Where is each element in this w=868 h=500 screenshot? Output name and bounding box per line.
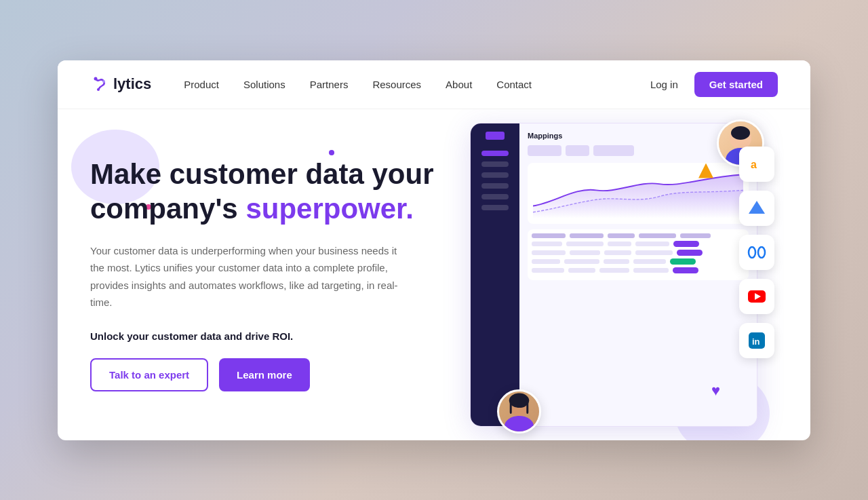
hero-title-line2: company's	[90, 193, 245, 225]
nav-resources[interactable]: Resources	[372, 79, 421, 90]
svg-text:a: a	[751, 159, 757, 170]
main-content: Make customer data your company's superp…	[58, 109, 810, 440]
toolbar-btn-1[interactable]	[528, 145, 561, 156]
dash-nav-1	[481, 151, 509, 156]
talk-to-expert-button[interactable]: Talk to an expert	[90, 358, 208, 391]
svg-text:in: in	[752, 336, 760, 347]
table-row-3	[532, 258, 745, 265]
avatar-woman	[497, 389, 541, 434]
brand-chip-amazon: a	[739, 147, 774, 182]
nav-product[interactable]: Product	[184, 79, 219, 90]
col-header-5	[680, 233, 711, 238]
nav-links: Product Solutions Partners Resources Abo…	[184, 79, 650, 90]
nav-partners[interactable]: Partners	[310, 79, 349, 90]
brand-chip-linkedin: in	[739, 323, 774, 358]
dash-nav-6	[481, 205, 509, 210]
avatar-woman-inner	[499, 391, 539, 431]
dash-nav-5	[481, 194, 509, 199]
logo[interactable]: lytics	[90, 75, 151, 94]
hero-right-column: Mappings	[443, 109, 778, 440]
nav-contact[interactable]: Contact	[496, 79, 532, 90]
table-row-1	[532, 241, 745, 247]
browser-window: lytics Product Solutions Partners Resour…	[58, 60, 810, 440]
svg-rect-11	[510, 400, 512, 414]
dashboard-table	[528, 229, 749, 280]
dash-nav-3	[481, 172, 509, 178]
dashboard-toolbar	[528, 145, 749, 156]
navbar: lytics Product Solutions Partners Resour…	[58, 60, 810, 109]
meta-icon	[747, 246, 766, 258]
table-header-row	[532, 233, 745, 238]
dashboard-main: Mappings	[519, 123, 757, 426]
table-row-2	[532, 250, 745, 256]
brand-chip-youtube	[739, 279, 774, 314]
hero-left-column: Make customer data your company's superp…	[90, 157, 443, 391]
table-row-4	[532, 267, 745, 273]
shape-heart: ♥	[711, 382, 720, 400]
dash-nav-2	[481, 161, 509, 167]
col-header-4	[639, 233, 676, 238]
hero-title: Make customer data your company's superp…	[90, 157, 443, 226]
avatar-woman-svg	[499, 389, 539, 434]
dashboard-title: Mappings	[528, 132, 749, 140]
login-button[interactable]: Log in	[650, 79, 678, 90]
svg-point-0	[94, 77, 98, 81]
logo-icon	[90, 75, 109, 94]
hero-subtitle: Your customer data is underperforming wh…	[90, 242, 402, 311]
learn-more-button[interactable]: Learn more	[219, 358, 310, 391]
hero-title-accent: superpower.	[245, 193, 413, 225]
google-ads-icon	[747, 199, 766, 218]
nav-about[interactable]: About	[446, 79, 472, 90]
dot-decoration-1	[329, 150, 334, 155]
brand-chip-meta	[739, 235, 774, 270]
svg-rect-12	[526, 400, 528, 414]
get-started-button[interactable]: Get started	[694, 72, 778, 97]
nav-right: Log in Get started	[650, 72, 778, 97]
logo-text: lytics	[113, 75, 151, 93]
hero-cta-text: Unlock your customer data and drive ROI.	[90, 330, 443, 342]
svg-point-8	[505, 415, 534, 433]
svg-point-16	[758, 247, 765, 258]
svg-marker-14	[749, 201, 765, 214]
hero-title-line1: Make customer data your	[90, 158, 434, 190]
svg-point-6	[731, 126, 750, 140]
youtube-icon	[747, 290, 766, 303]
col-header-3	[608, 233, 635, 238]
toolbar-search[interactable]	[593, 145, 634, 156]
svg-point-1	[102, 80, 105, 83]
cta-buttons: Talk to an expert Learn more	[90, 358, 443, 391]
col-header-2	[570, 233, 604, 238]
amazon-icon: a	[747, 155, 766, 174]
dash-logo	[486, 132, 505, 140]
brand-chip-google-ads	[739, 191, 774, 226]
dashboard-card: Mappings	[470, 123, 757, 427]
col-header-1	[532, 233, 566, 238]
dash-nav-4	[481, 183, 509, 189]
dashboard-inner: Mappings	[471, 123, 757, 426]
nav-solutions[interactable]: Solutions	[243, 79, 285, 90]
dashboard-sidebar	[471, 123, 519, 426]
svg-point-10	[509, 393, 530, 408]
linkedin-icon: in	[747, 331, 766, 350]
dashboard-chart	[528, 163, 749, 224]
toolbar-btn-2[interactable]	[566, 145, 589, 156]
svg-point-2	[97, 88, 100, 91]
svg-point-15	[749, 247, 755, 258]
